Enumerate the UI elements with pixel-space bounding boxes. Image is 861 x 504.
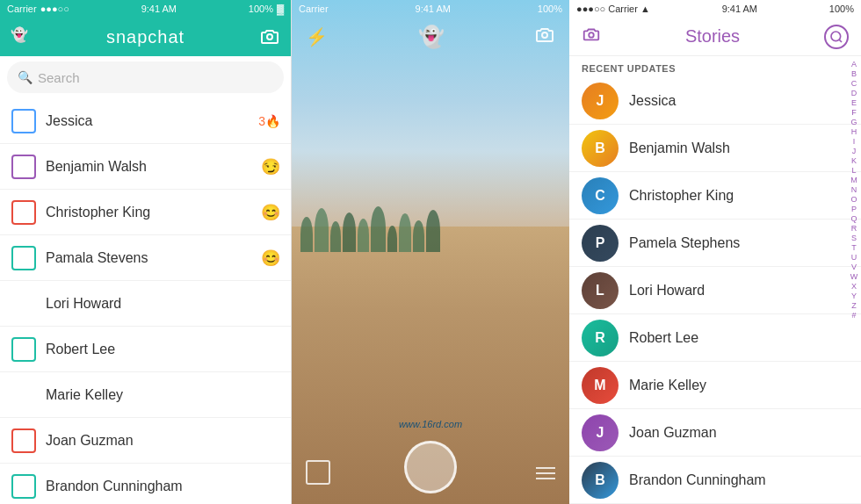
left-status-bar: Carrier ●●●○○ 9:41 AM 100% ▓: [0, 0, 291, 18]
trees-area: [292, 176, 569, 252]
chat-item-benjamin[interactable]: Benjamin Walsh 😏: [0, 144, 291, 190]
story-item-benjamin[interactable]: B Benjamin Walsh: [569, 125, 861, 172]
alpha-r[interactable]: R: [851, 224, 857, 233]
story-item-marie[interactable]: M Marie Kelley: [569, 362, 861, 409]
alpha-b[interactable]: B: [851, 69, 857, 78]
stories-add-icon[interactable]: [824, 25, 849, 49]
story-item-christopher[interactable]: C Christopher King: [569, 172, 861, 220]
story-avatar-lori: L: [582, 272, 619, 309]
snapchat-ghost-icon[interactable]: 👻: [418, 25, 445, 49]
search-bar[interactable]: 🔍 Search: [7, 61, 284, 93]
chat-name-christopher: Christopher King: [46, 205, 252, 220]
alpha-l[interactable]: L: [851, 166, 856, 175]
chat-name-marie: Marie Kelley: [46, 387, 280, 403]
story-name-jessica: Jessica: [629, 93, 676, 109]
battery-icon: ▓: [277, 4, 284, 14]
chat-name-robert: Robert Lee: [46, 342, 280, 357]
story-item-joan[interactable]: J Joan Guzman: [569, 409, 861, 457]
stories-battery: 100%: [829, 4, 854, 14]
flip-camera-icon[interactable]: [534, 25, 555, 50]
alphabet-index[interactable]: A B C D E F G H I J K L M N O P Q R S T …: [847, 56, 861, 323]
alpha-g[interactable]: G: [850, 118, 857, 126]
alpha-d[interactable]: D: [851, 89, 857, 97]
story-name-lori: Lori Howard: [629, 283, 705, 299]
chat-name-benjamin: Benjamin Walsh: [46, 159, 252, 175]
alpha-n[interactable]: N: [851, 185, 857, 194]
chat-avatar-marie: [11, 382, 37, 408]
camera-switch-icon[interactable]: [259, 26, 280, 47]
story-avatar-robert: R: [582, 320, 619, 356]
alpha-u[interactable]: U: [851, 253, 857, 262]
alpha-f[interactable]: F: [851, 108, 857, 117]
alpha-o[interactable]: O: [850, 195, 857, 204]
gallery-button[interactable]: [306, 460, 330, 485]
alpha-z[interactable]: Z: [851, 301, 857, 310]
alpha-k[interactable]: K: [851, 156, 857, 165]
chat-item-joan[interactable]: Joan Guzman: [0, 418, 291, 464]
left-status-right: 100% ▓: [249, 4, 284, 14]
chat-badge-pamala: 😊: [261, 248, 280, 268]
alpha-y[interactable]: Y: [851, 292, 857, 300]
chat-item-marie[interactable]: Marie Kelley: [0, 372, 291, 418]
alpha-i[interactable]: I: [853, 137, 856, 146]
camera-bottom-bar: [292, 434, 569, 504]
chat-item-christopher[interactable]: Christopher King 😊: [0, 190, 291, 235]
story-avatar-brandon: B: [582, 462, 619, 499]
story-avatar-pamela: P: [582, 225, 619, 262]
stories-camera-icon[interactable]: [582, 25, 601, 48]
alpha-q[interactable]: Q: [850, 214, 857, 223]
story-item-jessica[interactable]: J Jessica: [569, 77, 861, 125]
alpha-c[interactable]: C: [851, 79, 857, 88]
story-list: J Jessica B Benjamin Walsh C Christopher…: [569, 77, 861, 504]
alpha-w[interactable]: W: [850, 272, 858, 281]
left-status-left: Carrier ●●●○○: [7, 4, 69, 14]
alpha-p[interactable]: P: [851, 205, 857, 213]
chat-item-pamala[interactable]: Pamala Stevens 😊: [0, 235, 291, 281]
alpha-e[interactable]: E: [851, 98, 857, 107]
alpha-m[interactable]: M: [850, 176, 857, 184]
camera-carrier: Carrier: [299, 4, 329, 14]
svg-point-3: [831, 32, 841, 41]
ghost-icon[interactable]: 👻: [11, 26, 32, 47]
chat-name-lori: Lori Howard: [46, 296, 280, 312]
stories-status-bar: ●●●○○ Carrier ▲ 9:41 AM 100%: [569, 0, 861, 18]
chat-item-brandon[interactable]: Brandon Cunningham: [0, 464, 291, 504]
story-item-pamela[interactable]: P Pamela Stephens: [569, 220, 861, 267]
story-avatar-marie: M: [582, 367, 619, 404]
story-item-robert[interactable]: R Robert Lee: [569, 314, 861, 362]
story-item-brandon[interactable]: B Brandon Cunningham: [569, 457, 861, 504]
alpha-x[interactable]: X: [851, 282, 857, 291]
menu-button[interactable]: [536, 467, 555, 479]
story-item-lori[interactable]: L Lori Howard: [569, 267, 861, 314]
chat-item-robert[interactable]: Robert Lee: [0, 327, 291, 372]
app-header: 👻 snapchat: [0, 18, 291, 56]
camera-panel: Carrier 9:41 AM 100% ⚡ 👻 www.16rd.com: [292, 0, 569, 504]
chat-item-jessica[interactable]: Jessica 3🔥: [0, 98, 291, 144]
flash-icon[interactable]: ⚡: [306, 26, 328, 47]
stories-time: 9:41 AM: [722, 4, 757, 14]
chat-badge-jessica: 3🔥: [258, 114, 280, 128]
story-avatar-joan: J: [582, 414, 619, 451]
chat-list-panel: Carrier ●●●○○ 9:41 AM 100% ▓ 👻 snapchat …: [0, 0, 292, 504]
alpha-hash[interactable]: #: [851, 311, 856, 320]
story-avatar-jessica: J: [582, 83, 619, 119]
chat-avatar-jessica: [11, 108, 37, 134]
stories-header: Stories: [569, 18, 861, 56]
alpha-s[interactable]: S: [851, 234, 857, 242]
alpha-t[interactable]: T: [851, 243, 857, 252]
shutter-button[interactable]: [404, 441, 457, 493]
search-placeholder: Search: [38, 70, 80, 85]
stories-wrapper: ●●●○○ Carrier ▲ 9:41 AM 100% Stories REC…: [569, 0, 861, 504]
alpha-h[interactable]: H: [851, 127, 857, 136]
svg-point-1: [542, 32, 547, 38]
chat-avatar-brandon: [11, 473, 37, 500]
alpha-j[interactable]: J: [852, 147, 857, 155]
story-name-robert: Robert Lee: [629, 330, 698, 346]
svg-line-4: [839, 40, 842, 42]
story-name-brandon: Brandon Cunningham: [629, 472, 766, 488]
alpha-a[interactable]: A: [851, 60, 857, 68]
chat-name-brandon: Brandon Cunningham: [46, 479, 280, 494]
chat-item-lori[interactable]: Lori Howard: [0, 281, 291, 327]
alpha-v[interactable]: V: [851, 263, 857, 271]
chat-avatar-pamala: [11, 245, 37, 271]
